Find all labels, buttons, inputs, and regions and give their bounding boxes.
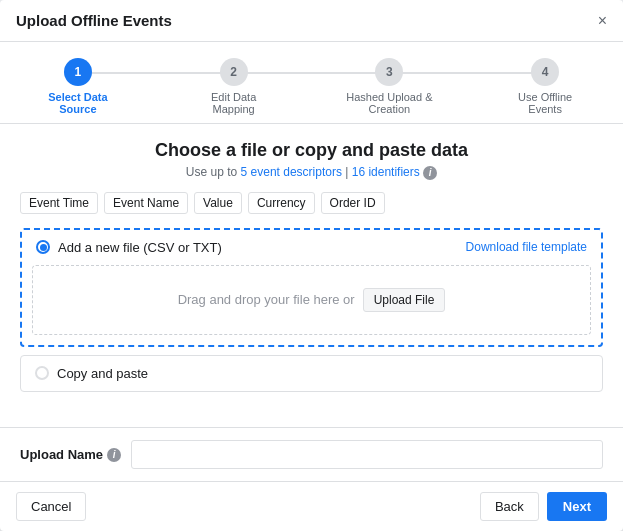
back-button[interactable]: Back bbox=[480, 492, 539, 521]
upload-name-text: Upload Name bbox=[20, 447, 103, 462]
drop-zone[interactable]: Drag and drop your file here or Upload F… bbox=[32, 265, 591, 335]
drop-text: Drag and drop your file here or bbox=[178, 292, 355, 307]
modal-container: Upload Offline Events × 1 Select Data So… bbox=[0, 0, 623, 531]
upload-name-section: Upload Name i bbox=[0, 427, 623, 481]
new-file-label: Add a new file (CSV or TXT) bbox=[36, 240, 222, 255]
tags-row: Event Time Event Name Value Currency Ord… bbox=[20, 192, 603, 214]
tag-event-time: Event Time bbox=[20, 192, 98, 214]
new-file-option: Add a new file (CSV or TXT) Download fil… bbox=[20, 228, 603, 347]
modal-title: Upload Offline Events bbox=[16, 12, 172, 29]
subtitle-prefix: Use up to bbox=[186, 165, 241, 179]
footer-right: Back Next bbox=[480, 492, 607, 521]
modal-body: Choose a file or copy and paste data Use… bbox=[0, 124, 623, 427]
copy-paste-label: Copy and paste bbox=[35, 366, 148, 381]
step-3: 3 Hashed Upload & Creation bbox=[312, 58, 468, 115]
step-circle-2: 2 bbox=[220, 58, 248, 86]
step-circle-1: 1 bbox=[64, 58, 92, 86]
next-button[interactable]: Next bbox=[547, 492, 607, 521]
copy-paste-option: Copy and paste bbox=[20, 355, 603, 392]
upload-file-button[interactable]: Upload File bbox=[363, 288, 446, 312]
download-template-link[interactable]: Download file template bbox=[466, 240, 587, 254]
step-4: 4 Use Offline Events bbox=[467, 58, 623, 115]
step-1: 1 Select Data Source bbox=[0, 58, 156, 115]
new-file-header: Add a new file (CSV or TXT) Download fil… bbox=[22, 230, 601, 265]
step-label-2: Edit Data Mapping bbox=[189, 91, 279, 115]
main-title: Choose a file or copy and paste data bbox=[20, 140, 603, 161]
tag-value: Value bbox=[194, 192, 242, 214]
new-file-radio[interactable] bbox=[36, 240, 50, 254]
cancel-button[interactable]: Cancel bbox=[16, 492, 86, 521]
new-file-label-text: Add a new file (CSV or TXT) bbox=[58, 240, 222, 255]
upload-name-input[interactable] bbox=[131, 440, 603, 469]
step-2: 2 Edit Data Mapping bbox=[156, 58, 312, 115]
event-descriptors-link[interactable]: 5 event descriptors bbox=[241, 165, 342, 179]
modal-footer: Cancel Back Next bbox=[0, 481, 623, 531]
identifiers-link[interactable]: 16 identifiers bbox=[352, 165, 420, 179]
copy-paste-radio[interactable] bbox=[35, 366, 49, 380]
tag-currency: Currency bbox=[248, 192, 315, 214]
tag-order-id: Order ID bbox=[321, 192, 385, 214]
copy-paste-header: Copy and paste bbox=[21, 356, 602, 391]
step-circle-3: 3 bbox=[375, 58, 403, 86]
upload-name-label: Upload Name i bbox=[20, 447, 121, 462]
copy-paste-label-text: Copy and paste bbox=[57, 366, 148, 381]
tag-event-name: Event Name bbox=[104, 192, 188, 214]
steps-container: 1 Select Data Source 2 Edit Data Mapping… bbox=[0, 42, 623, 124]
step-label-3: Hashed Upload & Creation bbox=[344, 91, 434, 115]
modal-header: Upload Offline Events × bbox=[0, 0, 623, 42]
upload-name-info-icon: i bbox=[107, 448, 121, 462]
step-label-4: Use Offline Events bbox=[500, 91, 590, 115]
step-circle-4: 4 bbox=[531, 58, 559, 86]
identifiers-info-icon: i bbox=[423, 166, 437, 180]
step-label-1: Select Data Source bbox=[33, 91, 123, 115]
close-icon[interactable]: × bbox=[598, 13, 607, 29]
subtitle: Use up to 5 event descriptors | 16 ident… bbox=[20, 165, 603, 180]
